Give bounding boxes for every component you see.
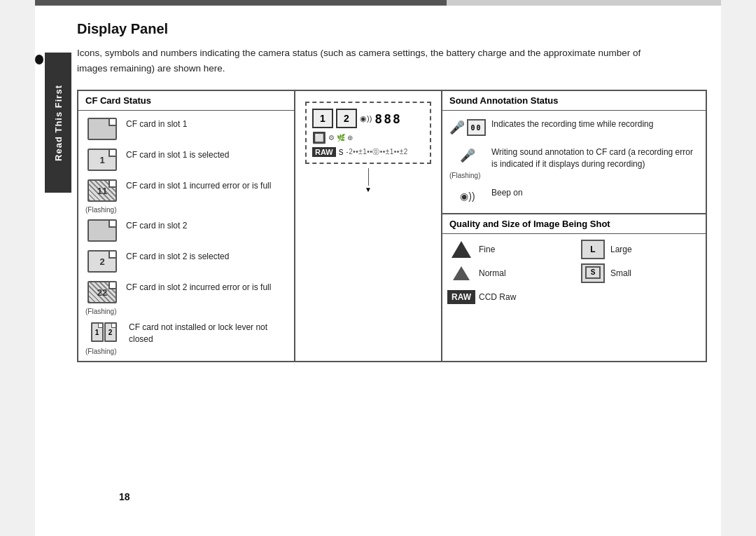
cf-item-2: CF card in slot 1 is selected (85, 147, 287, 174)
quality-item-large: L Large (581, 240, 699, 259)
cf-icon-2 (85, 147, 119, 172)
quality-item-normal: Normal (449, 263, 567, 283)
main-content: Display Panel Icons, symbols and numbers… (77, 21, 707, 515)
sound-icon-1: 🎤 00 (449, 116, 486, 139)
cf-item-3-wrapper: 1 CF card in slot 1 incurred error or is… (85, 178, 287, 214)
quality-label-fine: Fine (479, 245, 495, 254)
disp-number: 888 (374, 111, 402, 126)
card-inner-1: 1 (91, 322, 104, 342)
disp-slot1: 1 (312, 109, 333, 128)
cf-icon-1 (85, 116, 119, 142)
sound-icon-2: 🎤 (449, 144, 486, 167)
card-slot2-selected (88, 250, 117, 273)
cf-flashing-6: (Flashing) (85, 308, 287, 315)
cf-item-1: CF card in slot 1 (85, 116, 287, 143)
cf-item-4: CF card in slot 2 (85, 218, 287, 245)
disp-scale: -2••±1••⓪••±1••±2 (346, 147, 408, 157)
sound-label-3: Beep on (491, 185, 523, 199)
side-tab-label: Read This First (53, 85, 64, 161)
quality-row-1: Fine L Large (449, 240, 699, 259)
quality-label-large: Large (610, 245, 632, 254)
arrow-line (368, 168, 369, 186)
sound-label-2: Writing sound annotation to CF card (a r… (491, 144, 699, 170)
section-description: Icons, symbols and numbers indicating th… (77, 46, 651, 76)
cf-label-3: CF card in slot 1 incurred error or is f… (126, 178, 271, 192)
panels-container: CF Card Status CF card in slot 1 (77, 90, 707, 362)
size-S-container: S (581, 263, 605, 283)
both-cards-icon: 1 2 (91, 322, 117, 342)
quality-row-3: RAW CCD Raw (449, 287, 699, 307)
page-number: 18 (119, 491, 130, 502)
size-S-icon: S (585, 266, 601, 279)
section-title: Display Panel (77, 21, 707, 37)
cf-icon-6: 2 (85, 280, 119, 305)
disp-size-label: S (339, 149, 344, 156)
cf-item-7: 1 2 CF card not installed or lock lever … (85, 319, 287, 346)
cf-label-6: CF card in slot 2 incurred error or is f… (126, 280, 271, 294)
cf-item-6: 2 CF card in slot 2 incurred error or is… (85, 280, 287, 306)
sound-item-1: 🎤 00 Indicates the recording time while … (449, 116, 699, 139)
cf-label-2: CF card in slot 1 is selected (126, 147, 229, 161)
sound-item-2-wrapper: 🎤 Writing sound annotation to CF card (a… (449, 144, 699, 179)
cf-label-7: CF card not installed or lock lever not … (129, 319, 287, 345)
cf-item-7-wrapper: 1 2 CF card not installed or lock lever … (85, 319, 287, 355)
triangle-normal-icon (453, 266, 470, 280)
quality-label-raw: CCD Raw (479, 292, 516, 302)
sound-flashing-2: (Flashing) (449, 172, 699, 179)
raw-badge-icon: RAW (447, 290, 475, 304)
sound-section: Sound Annotation Status 🎤 00 Indicates t… (442, 91, 706, 214)
cf-item-6-wrapper: 2 CF card in slot 2 incurred error or is… (85, 280, 287, 315)
cf-item-5: CF card in slot 2 is selected (85, 249, 287, 275)
triangle-fine-icon (451, 241, 471, 258)
quality-icon-normal (449, 263, 473, 283)
sound-items-list: 🎤 00 Indicates the recording time while … (442, 111, 706, 213)
card-inner-2: 2 (104, 322, 117, 342)
page: Read This First Display Panel Icons, sym… (35, 0, 721, 536)
side-tab: Read This First (45, 53, 71, 193)
sound-item-2: 🎤 Writing sound annotation to CF card (a… (449, 144, 699, 170)
cf-label-4: CF card in slot 2 (126, 218, 187, 232)
cf-items-list: CF card in slot 1 CF card in slot 1 is s… (78, 111, 294, 361)
sound-label-1: Indicates the recording time while recor… (491, 116, 653, 130)
quality-icon-raw: RAW (449, 287, 473, 307)
cf-card-panel: CF Card Status CF card in slot 1 (78, 91, 295, 361)
quality-items-list: Fine L Large (442, 234, 706, 312)
card-slot1-selected (88, 149, 117, 171)
cf-icon-7: 1 2 (85, 319, 122, 345)
quality-label-normal: Normal (479, 268, 506, 278)
disp-card-icon: 🔲 (312, 131, 326, 144)
display-top-row: 1 2 ◉)) 888 (312, 109, 424, 128)
display-icons-row: 🔲 ⚙ 🌿 ⊕ (312, 131, 424, 144)
cf-flashing-7: (Flashing) (85, 348, 287, 355)
mic-icon-1: 🎤 (449, 120, 465, 135)
card-slot2-empty (88, 219, 117, 242)
cf-flashing-3: (Flashing) (85, 206, 287, 214)
display-diagram: 1 2 ◉)) 888 🔲 ⚙ 🌿 ⊕ RAW S -2••±1••⓪••±1•… (305, 102, 431, 164)
quality-icon-large: L (581, 240, 605, 259)
sound-item-3: ◉)) Beep on (449, 185, 699, 207)
sound-icon-3: ◉)) (449, 185, 486, 207)
cf-label-1: CF card in slot 1 (126, 116, 187, 130)
display-diagram-panel: 1 2 ◉)) 888 🔲 ⚙ 🌿 ⊕ RAW S -2••±1••⓪••±1•… (295, 91, 442, 361)
cf-icon-3: 1 (85, 178, 119, 203)
side-tab-container: Read This First (45, 53, 71, 193)
cf-icon-4 (85, 218, 119, 243)
quality-item-small: S Small (581, 263, 699, 283)
quality-row-2: Normal S Small (449, 263, 699, 283)
display-bottom-row: RAW S -2••±1••⓪••±1••±2 (312, 147, 424, 157)
quality-title: Quality and Size of Image Being Shot (442, 214, 706, 234)
arrow-indicator: ▼ (365, 168, 372, 193)
quality-label-small: Small (610, 268, 631, 278)
card-slot2-error: 2 (88, 281, 117, 303)
beep-icon: ◉)) (460, 191, 475, 202)
dot-1 (35, 55, 43, 64)
time-display: 00 (467, 119, 486, 136)
card-slot1-error: 1 (88, 179, 117, 202)
disp-slot2: 2 (336, 109, 357, 128)
quality-icon-fine (449, 240, 473, 259)
mic-icon-2: 🎤 (460, 148, 475, 163)
cf-icon-5 (85, 249, 119, 274)
quality-item-raw: RAW CCD Raw (449, 287, 699, 307)
disp-extra-icons: ⚙ 🌿 ⊕ (328, 134, 353, 142)
right-panel: Sound Annotation Status 🎤 00 Indicates t… (442, 91, 706, 361)
